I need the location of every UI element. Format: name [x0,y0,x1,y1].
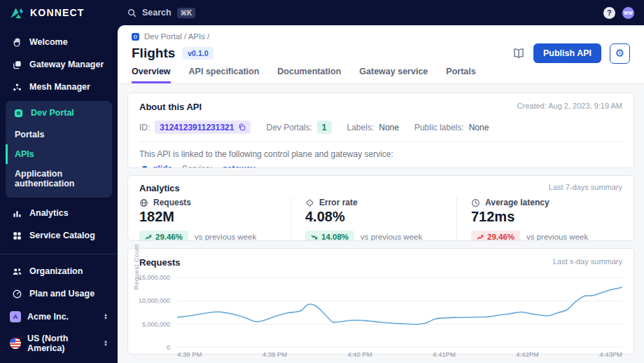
dev-portals-label: Dev Portals: [266,123,312,132]
labels-label: Labels: [347,123,374,132]
main-panel: Dev Portal / APIs / Flights v0.1.0 [118,25,644,363]
delta-badge: 14.08% [305,231,354,241]
metric-value: 712ms [471,209,610,225]
delta-value: 14.08% [321,233,349,241]
wave-icon [11,36,22,48]
delta-note: vs previous week [195,233,256,241]
title-row: Flights v0.1.0 Publish API ⚙ [132,44,630,62]
tab-documentation[interactable]: Documentation [277,67,341,83]
error-rate-diamond-icon [305,198,314,207]
organization-switcher[interactable]: A Acme Inc. ▲▼ [0,306,118,328]
analytics-card-title: Analytics [139,183,180,193]
tab-api-specification[interactable]: API specification [189,67,260,83]
publish-api-button[interactable]: Publish API [533,43,601,63]
service-link[interactable]: gateway [222,164,255,168]
chart-area: Request Count 05,000,00010,000,00015,000… [139,278,622,358]
dev-portals-count-badge: 1 [317,121,332,134]
konnect-logo[interactable]: KONNECT [0,7,118,19]
analytics-icon [11,207,22,219]
linked-description: This API is linked to the following cont… [139,149,622,159]
sidebar-item-label: Service Catalog [29,231,95,240]
sidebar-item-analytics[interactable]: Analytics [0,202,118,224]
sidebar-item-gateway-manager[interactable]: Gateway Manager [0,53,118,76]
tab-gateway-service[interactable]: Gateway service [359,67,428,83]
copy-icon[interactable] [238,123,246,131]
dev-portal-icon [13,107,24,118]
sidebar-item-application-authentication[interactable]: Application authentication [6,164,112,193]
sidebar-item-plan-and-usage[interactable]: Plan and Usage [0,282,118,305]
api-id-value: 3124123911231321 [160,123,234,132]
id-label: ID: [139,123,150,132]
sidebar-item-label: Dev Portal [31,108,74,118]
sidebar-item-label: Organization [29,266,83,276]
delta-value: 29.46% [155,233,183,241]
sidebar-item-label: Plan and Usage [29,289,94,299]
sidebar-item-apis[interactable]: APIs [6,144,112,164]
card-divider [139,142,622,142]
konnect-app: KONNECT Search ⌘K ? WW Welcome [0,0,644,363]
settings-button[interactable]: ⚙ [610,43,630,64]
x-tick-label: 4:39 PM [177,350,202,358]
x-tick-label: 4:39 PM [262,350,287,358]
labels-value: None [379,123,399,132]
trend-up-icon [145,234,152,240]
sidebar-item-organization[interactable]: Organization [0,260,118,282]
api-id-badge: 3124123911231321 [155,121,251,134]
page-content: About this API Created: Aug 2, 2023, 9:1… [118,84,644,363]
sidebar-item-label: Welcome [29,37,68,47]
book-icon [512,48,525,59]
gateway-icon [11,59,22,70]
trend-up-icon [477,234,484,240]
topbar-actions: ? WW [603,7,644,19]
sidebar-item-portals[interactable]: Portals [6,125,112,144]
organization-icon [11,266,22,277]
latency-clock-icon [471,198,480,207]
region-switcher[interactable]: US (North America) ▲▼ [0,328,118,359]
sidebar-item-mesh-manager[interactable]: Mesh Manager [0,76,118,98]
about-this-api-card: About this API Created: Aug 2, 2023, 9:1… [127,93,634,168]
control-plane-link[interactable]: glide [139,164,172,168]
api-id-pair: ID: 3124123911231321 [139,121,251,134]
mesh-icon [11,81,22,93]
user-avatar[interactable]: WW [622,7,634,19]
public-labels-value: None [469,123,489,132]
x-axis-ticks: 4:39 PM4:39 PM4:40 PM4:41PM4:42PM4:43PM [177,350,622,358]
metric-value: 182M [139,209,278,225]
chevron-sort-icon: ▲▼ [104,313,108,320]
sidebar-item-dev-portal[interactable]: Dev Portal [6,101,112,125]
metric-average-latency: Average latency 712ms 29.46% [456,198,622,241]
control-plane-icon [139,165,148,169]
service-label: Service: [182,164,212,168]
api-meta-row: ID: 3124123911231321 [139,121,622,134]
sidebar-item-label: Mesh Manager [29,82,90,92]
created-timestamp: Created: Aug 2, 2023, 9:19 AM [517,102,622,110]
sidebar-item-label: Gateway Manager [29,60,104,69]
page-header: Dev Portal / APIs / Flights v0.1.0 [118,25,644,84]
breadcrumb[interactable]: Dev Portal / APIs / [132,32,630,41]
delta-badge: 29.46% [139,231,188,241]
docs-book-button[interactable] [512,48,525,59]
search-label: Search [142,8,172,18]
help-button[interactable]: ? [603,7,615,19]
us-flag-icon [10,338,21,349]
global-search[interactable]: Search ⌘K [118,8,195,18]
dev-portals-pair: Dev Portals: 1 [266,121,331,134]
tab-overview[interactable]: Overview [132,67,171,83]
y-tick-label: 5,000,000 [136,321,170,328]
search-icon [127,8,136,18]
catalog-icon [11,230,22,241]
delta-badge: 29.46% [471,231,520,241]
analytics-summary-note: Last 7-days summary [549,183,622,191]
x-tick-label: 4:43PM [599,350,622,358]
metric-label: Requests [153,198,191,207]
sidebar-group-dev-portal: Dev Portal Portals APIs Application auth… [6,101,112,198]
top-bar: KONNECT Search ⌘K ? WW [0,0,644,25]
sidebar-item-welcome[interactable]: Welcome [0,31,118,53]
trend-down-icon [311,234,318,240]
sidebar-divider [0,254,118,254]
sidebar-item-service-catalog[interactable]: Service Catalog [0,224,118,247]
metric-label: Error rate [319,198,358,207]
requests-chart-card: Requests Last x-day summary Request Coun… [127,248,634,355]
tab-portals[interactable]: Portals [446,67,475,83]
version-badge: v0.1.0 [182,47,214,60]
